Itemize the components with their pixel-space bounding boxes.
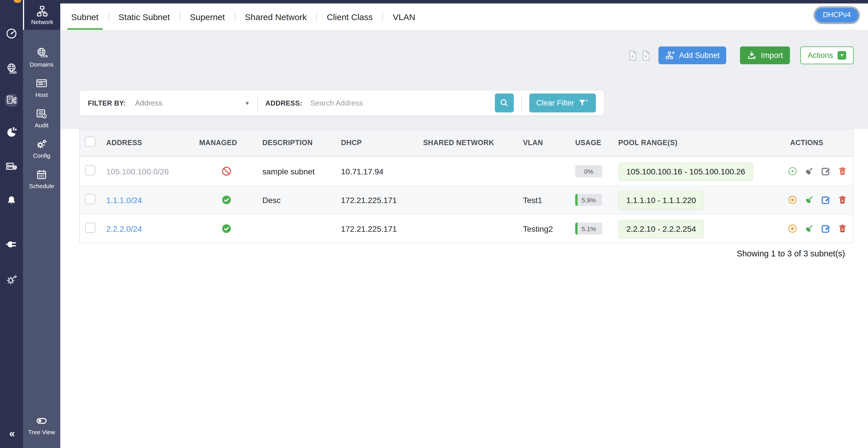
plug-icon[interactable] [5,238,18,251]
sidebar-item-tree-view[interactable]: Tree View [23,415,60,436]
reports-icon[interactable] [5,126,18,138]
clear-filter-label: Clear Filter [536,99,574,107]
table-header-row: ADDRESS MANAGED DESCRIPTION DHCP SHARED … [80,130,853,157]
subnet-address: 105.100.100.0/26 [102,167,195,176]
cleanup-broom-icon[interactable] [804,224,814,234]
row-checkbox[interactable] [85,222,95,233]
subnet-description: Desc [258,195,336,205]
deactivate-stop-icon[interactable] [787,195,797,205]
filter-by-select[interactable]: Address ▼ [135,99,250,107]
col-pool-ranges: POOL RANGE(S) [614,139,777,147]
row-actions [777,166,853,176]
row-checkbox[interactable] [85,194,95,204]
col-vlan: VLAN [518,139,570,147]
col-description: DESCRIPTION [258,139,336,147]
ipam-icon-selected[interactable] [5,94,18,107]
dns-globe-icon[interactable]: DNS [5,63,18,75]
export-pdf-icon[interactable]: A [629,49,637,61]
table-footer-count: Showing 1 to 3 of 3 subnet(s) [79,249,845,258]
add-subnet-button[interactable]: Add Subnet [658,46,726,64]
module-sidebar: Network COM Domains Host Audit Config [23,0,60,448]
tab-supernet[interactable]: Supernet [190,3,225,30]
pool-range-pill: 2.2.2.10 - 2.2.2.254 [618,219,704,238]
sidebar-item-audit[interactable]: Audit [23,108,60,129]
search-icon [499,98,509,108]
export-excel-icon[interactable]: X [642,49,650,61]
add-subnet-icon [665,50,675,60]
delete-trash-icon[interactable] [838,166,847,176]
cleanup-broom-icon[interactable] [804,166,814,176]
pool-range-pill: 1.1.1.10 - 1.1.1.220 [618,191,704,209]
usage-badge: 0% [575,165,602,177]
collapse-sidebar-chevrons[interactable]: « [0,428,23,440]
delete-trash-icon[interactable] [838,224,847,234]
sidebar-item-label: Schedule [29,182,54,189]
subnet-dhcp: 10.71.17.94 [336,167,418,176]
cleanup-broom-icon[interactable] [804,195,814,205]
tab-subnet[interactable]: Subnet [71,3,98,30]
sidebar-item-label: Host [35,91,48,98]
col-dhcp: DHCP [336,139,418,147]
search-button[interactable] [495,94,514,112]
dashboard-icon[interactable] [5,27,18,40]
import-label: Import [761,51,783,60]
tab-shared-network[interactable]: Shared Network [245,3,307,30]
audit-icon [36,108,48,120]
sidebar-item-network[interactable]: Network [23,0,60,30]
usage-bar [575,222,578,235]
sidebar-item-config[interactable]: Config [23,138,60,159]
subnet-dhcp: 172.21.225.171 [336,195,418,205]
tab-divider [180,12,180,22]
tab-client-class[interactable]: Client Class [327,3,373,30]
network-icon [36,5,48,17]
top-dark-strip [0,0,868,3]
clear-filter-button[interactable]: Clear Filter x [529,94,596,112]
subnet-address-link[interactable]: 1.1.1.0/24 [102,195,195,205]
main-content: A X Add Subnet Import Actions ▼ FILTER B… [60,30,868,448]
managed-ban-icon [221,166,231,177]
config-icon [36,138,48,150]
toolbar: A X Add Subnet Import Actions ▼ [629,46,854,64]
usage-bar [575,194,578,206]
select-all-checkbox[interactable] [85,137,95,147]
managed-cell [195,195,258,205]
domains-icon: COM [36,47,48,59]
row-checkbox[interactable] [85,165,95,175]
icon-rail: DNS « [0,0,23,448]
actions-button[interactable]: Actions ▼ [800,46,854,64]
import-button[interactable]: Import [740,46,790,64]
sidebar-item-label: Network [31,18,53,25]
search-address-input[interactable] [309,98,495,108]
activate-play-icon[interactable] [787,166,797,176]
sidebar-item-label: Audit [35,122,49,129]
address-label: ADDRESS: [265,99,302,107]
row-actions [777,195,853,205]
tab-static-subnet[interactable]: Static Subnet [119,3,169,30]
sidebar-item-schedule[interactable]: Schedule [23,169,60,189]
server-security-icon[interactable] [5,160,18,173]
header-checkbox-cell [80,137,102,149]
edit-icon[interactable] [821,166,831,176]
sidebar-item-domains[interactable]: COM Domains [23,47,60,68]
subnet-table: ADDRESS MANAGED DESCRIPTION DHCP SHARED … [79,129,854,243]
chevron-down-icon: ▼ [245,100,250,106]
subnet-address-link[interactable]: 2.2.2.0/24 [102,224,195,233]
tab-vlan[interactable]: VLAN [393,3,415,30]
col-shared-network: SHARED NETWORK [418,139,518,147]
protocol-badge[interactable]: DHCPv4 [814,6,860,24]
edit-icon[interactable] [821,224,831,234]
tab-bar: Subnet Static Subnet Supernet Shared Net… [71,3,415,30]
col-managed: MANAGED [195,139,258,147]
delete-trash-icon[interactable] [838,195,847,205]
svg-text:A: A [631,54,634,59]
edit-icon[interactable] [821,195,831,205]
admin-gear-wrench-icon[interactable] [5,274,18,286]
sidebar-item-host[interactable]: Host [23,77,60,98]
table-row: 1.1.1.0/24 Desc 172.21.225.171 Test1 5.9… [80,185,853,214]
deactivate-stop-icon[interactable] [787,224,797,234]
host-icon [36,77,48,90]
subnet-vlan: Testing2 [518,224,570,233]
import-download-icon [747,50,757,60]
alerts-bell-icon[interactable] [5,195,18,207]
sidebar-item-label: Tree View [28,428,55,436]
